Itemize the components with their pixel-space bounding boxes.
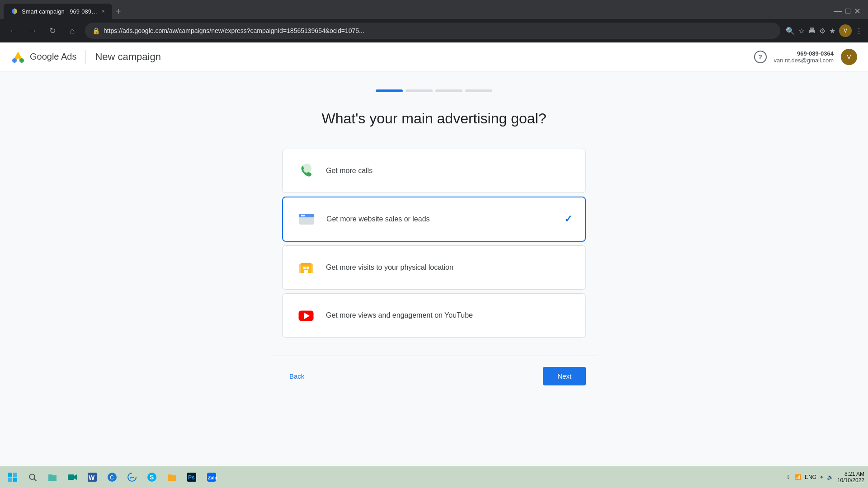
taskbar-app5[interactable]: C <box>103 468 121 486</box>
taskbar-skype[interactable]: S <box>143 468 161 486</box>
start-button[interactable] <box>4 468 22 486</box>
maximize-button[interactable]: □ <box>845 6 850 16</box>
lock-icon: 🔒 <box>92 27 100 34</box>
profile-avatar[interactable]: V <box>839 24 852 37</box>
progress-step-4 <box>465 89 492 92</box>
taskbar-wifi[interactable]: ⌖ <box>820 474 823 480</box>
time: 8:21 AM <box>837 471 864 477</box>
user-avatar[interactable]: V <box>841 49 857 65</box>
date: 10/10/2022 <box>837 477 864 483</box>
page-title: New campaign <box>95 51 161 63</box>
logo-text: Google Ads <box>30 52 76 62</box>
search-icon[interactable]: 🔍 <box>786 27 795 35</box>
taskbar-up-icon[interactable]: ⇧ <box>786 474 791 480</box>
options-list: Get more calls Get more website sales or… <box>271 149 597 338</box>
option-website[interactable]: Get more website sales or leads ✓ <box>282 197 586 242</box>
app-header: Google Ads New campaign ? 969-089-0364 v… <box>0 42 868 71</box>
svg-text:S: S <box>150 474 154 481</box>
svg-rect-18 <box>13 473 17 477</box>
taskbar-edge[interactable] <box>123 468 141 486</box>
option-location-label: Get more visits to your physical locatio… <box>326 263 573 272</box>
window-controls: — □ ✕ <box>830 6 864 16</box>
main-content: What's your main advertising goal? Get m… <box>0 71 868 488</box>
option-location[interactable]: Get more visits to your physical locatio… <box>282 245 586 290</box>
account-id: 969-089-0364 <box>774 50 834 57</box>
taskbar-network-icon[interactable]: 📶 <box>794 474 801 480</box>
bookmark-icon[interactable]: ☆ <box>798 27 805 35</box>
svg-rect-13 <box>299 264 301 273</box>
website-icon <box>296 208 317 230</box>
reload-button[interactable]: ↻ <box>45 23 60 38</box>
taskbar-time: 8:21 AM 10/10/2022 <box>837 471 864 483</box>
taskbar-volume[interactable]: 🔈 <box>827 474 834 480</box>
option-website-label: Get more website sales or leads <box>326 215 564 223</box>
progress-bar <box>0 89 868 92</box>
url-text: https://ads.google.com/aw/campaigns/new/… <box>104 27 773 34</box>
back-navigation-button[interactable]: ← <box>5 23 20 38</box>
svg-point-21 <box>29 474 35 479</box>
google-ads-logo: Google Ads <box>11 50 76 64</box>
svg-rect-12 <box>301 263 311 265</box>
svg-rect-23 <box>68 474 74 480</box>
svg-rect-19 <box>8 478 12 482</box>
progress-step-1 <box>376 89 403 92</box>
svg-point-2 <box>12 58 17 63</box>
menu-button[interactable]: ⋮ <box>855 27 863 35</box>
progress-step-2 <box>406 89 433 92</box>
taskbar-lang: ENG <box>805 474 816 480</box>
svg-rect-17 <box>8 473 12 477</box>
option-calls[interactable]: Get more calls <box>282 149 586 193</box>
option-youtube[interactable]: Get more views and engagement on YouTube <box>282 293 586 338</box>
header-divider <box>85 50 86 64</box>
tab-close-button[interactable]: × <box>102 8 105 14</box>
taskbar-photoshop[interactable]: Ps <box>183 468 201 486</box>
taskbar-meet[interactable] <box>63 468 81 486</box>
next-button[interactable]: Next <box>543 367 586 385</box>
taskbar-file-explorer[interactable] <box>43 468 61 486</box>
option-calls-label: Get more calls <box>326 167 573 175</box>
minimize-button[interactable]: — <box>834 6 842 16</box>
svg-rect-20 <box>13 478 17 482</box>
taskbar-search-button[interactable] <box>24 468 42 486</box>
forward-navigation-button[interactable]: → <box>25 23 40 38</box>
extensions-icon[interactable]: ⚙ <box>819 27 826 35</box>
profile-button[interactable]: V <box>839 24 852 37</box>
check-icon: ✓ <box>564 213 572 225</box>
taskbar-word[interactable]: W <box>83 468 101 486</box>
navigation-buttons: Back Next <box>271 356 597 396</box>
back-button[interactable]: Back <box>282 369 311 384</box>
svg-rect-11 <box>304 270 308 273</box>
svg-rect-10 <box>307 267 309 269</box>
browser-actions: 🔍 ☆ 🖶 ⚙ ★ V ⋮ <box>786 24 863 37</box>
tab-favicon <box>11 8 18 15</box>
option-youtube-label: Get more views and engagement on YouTube <box>326 311 573 319</box>
account-email: van.nt.des@gmail.com <box>774 57 834 64</box>
svg-marker-24 <box>74 474 77 480</box>
header-right: ? 969-089-0364 van.nt.des@gmail.com V <box>754 49 857 65</box>
svg-text:Zalo: Zalo <box>208 475 217 480</box>
svg-point-1 <box>19 58 24 63</box>
location-building-icon <box>295 257 317 278</box>
tab-title: Smart campaign - 969-089-0364 <box>22 8 98 15</box>
svg-line-22 <box>34 479 36 481</box>
taskbar-right: ⇧ 📶 ENG ⌖ 🔈 8:21 AM 10/10/2022 <box>786 471 864 483</box>
browser-tab[interactable]: Smart campaign - 969-089-0364 × <box>4 4 112 19</box>
google-ads-logo-icon <box>11 50 25 64</box>
svg-rect-9 <box>303 267 306 269</box>
svg-text:W: W <box>89 474 95 481</box>
phone-icon <box>295 160 317 182</box>
question-title: What's your main advertising goal? <box>0 110 868 127</box>
taskbar-zalo[interactable]: Zalo <box>203 468 221 486</box>
favorites-icon[interactable]: ★ <box>829 27 835 35</box>
svg-text:C: C <box>110 474 114 481</box>
svg-rect-14 <box>311 264 313 273</box>
taskbar-files[interactable] <box>163 468 181 486</box>
close-button[interactable]: ✕ <box>854 6 861 16</box>
new-tab-button[interactable]: + <box>116 6 121 17</box>
address-bar[interactable]: 🔒 https://ads.google.com/aw/campaigns/ne… <box>85 23 780 39</box>
youtube-icon <box>295 305 317 326</box>
cast-icon[interactable]: 🖶 <box>808 27 816 35</box>
help-button[interactable]: ? <box>754 51 767 63</box>
svg-text:Ps: Ps <box>188 474 195 481</box>
home-button[interactable]: ⌂ <box>65 23 80 38</box>
